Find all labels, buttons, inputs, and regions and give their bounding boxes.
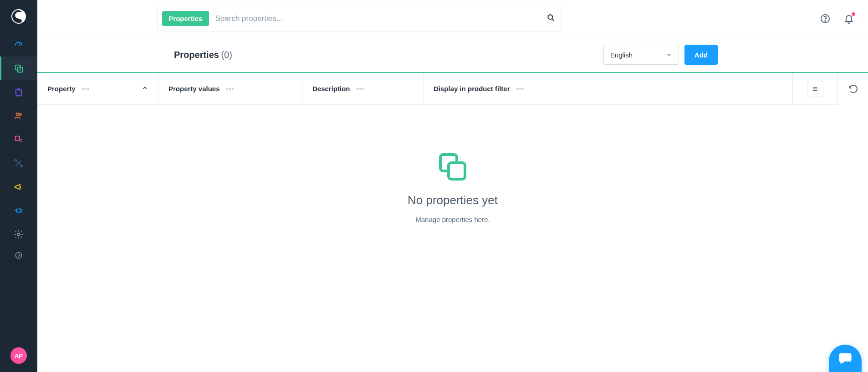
copy-icon <box>14 63 24 73</box>
undo-icon <box>848 84 858 94</box>
sidebar-item-settings[interactable] <box>0 222 37 246</box>
search-bar[interactable]: Properties <box>157 6 562 31</box>
search-icon[interactable] <box>546 13 556 24</box>
svg-point-9 <box>21 165 23 167</box>
shopping-bag-icon <box>14 87 24 97</box>
shopware-logo-icon <box>10 8 27 25</box>
avatar[interactable]: AP <box>10 347 27 364</box>
sidebar-item-catalogues[interactable] <box>0 57 37 80</box>
topbar: Properties <box>37 0 868 37</box>
svg-line-17 <box>552 19 554 21</box>
users-icon <box>14 111 24 121</box>
help-button[interactable] <box>820 13 831 24</box>
undo-button[interactable] <box>838 73 868 105</box>
sidebar-item-dashboard[interactable] <box>0 33 37 57</box>
sidebar-item-orders[interactable] <box>0 80 37 104</box>
notifications-button[interactable] <box>843 13 854 24</box>
chevron-down-icon <box>666 52 672 58</box>
sidebar-item-extensions[interactable] <box>0 199 37 222</box>
chat-bubble-icon <box>838 351 853 366</box>
svg-rect-24 <box>449 163 465 179</box>
column-drag-handle[interactable]: ••• <box>516 85 525 93</box>
column-drag-handle[interactable]: ••• <box>82 85 90 93</box>
sidebar-item-customers[interactable] <box>0 104 37 128</box>
help-circle-icon <box>820 13 831 24</box>
svg-point-19 <box>825 21 826 21</box>
crossed-tools-icon <box>14 158 24 168</box>
language-select[interactable]: English <box>603 45 679 65</box>
column-drag-handle[interactable]: ••• <box>226 85 235 93</box>
sidebar-item-marketing[interactable] <box>0 175 37 199</box>
empty-state-icon <box>436 150 469 185</box>
layout-list-icon <box>14 134 24 145</box>
empty-state: No properties yet Manage properties here… <box>37 105 868 223</box>
language-select-value: English <box>610 51 633 59</box>
gauge-icon <box>14 40 24 50</box>
gear-icon <box>14 229 24 239</box>
empty-state-title: No properties yet <box>408 193 498 207</box>
main: Properties <box>37 0 868 372</box>
column-header-description[interactable]: Description ••• <box>302 73 424 104</box>
sort-indicator[interactable] <box>142 85 148 93</box>
column-settings-button[interactable] <box>807 81 823 97</box>
svg-rect-25 <box>840 353 851 361</box>
properties-icon <box>436 150 469 183</box>
svg-point-4 <box>19 114 21 116</box>
svg-point-3 <box>16 113 19 116</box>
page-title: Properties (0) <box>174 50 232 60</box>
column-header-property-values[interactable]: Property values ••• <box>158 73 302 104</box>
chat-fab[interactable] <box>829 345 862 372</box>
sidebar-item-content[interactable] <box>0 128 37 151</box>
svg-rect-5 <box>15 136 20 140</box>
svg-point-15 <box>15 252 22 258</box>
table-header-row: Property ••• Property values ••• Descrip… <box>37 73 868 105</box>
column-drag-handle[interactable]: ••• <box>357 85 365 93</box>
empty-state-subtitle: Manage properties here. <box>415 216 490 223</box>
list-icon <box>812 85 819 93</box>
search-context-tag[interactable]: Properties <box>162 11 209 26</box>
megaphone-icon <box>14 182 24 192</box>
chevron-right-circle-icon <box>15 251 23 259</box>
svg-point-14 <box>17 233 20 236</box>
page-title-count: (0) <box>221 50 232 60</box>
avatar-initials: AP <box>15 352 23 359</box>
add-button[interactable]: Add <box>684 45 718 65</box>
svg-point-8 <box>15 160 17 161</box>
sidebar: AP <box>0 0 37 372</box>
chevron-up-icon <box>142 85 148 91</box>
column-header-display-in-filter[interactable]: Display in product filter ••• <box>424 73 793 104</box>
page-header: Properties (0) English Add <box>37 37 868 73</box>
svg-point-16 <box>548 15 553 19</box>
sidebar-item-collapse[interactable] <box>0 246 37 264</box>
svg-rect-10 <box>16 209 20 212</box>
logo[interactable] <box>0 0 37 33</box>
column-header-settings <box>793 73 837 104</box>
notification-indicator <box>852 12 855 16</box>
column-header-property[interactable]: Property ••• <box>37 73 158 104</box>
plug-icon <box>14 206 24 216</box>
search-input[interactable] <box>215 14 547 23</box>
sidebar-item-tools[interactable] <box>0 151 37 175</box>
